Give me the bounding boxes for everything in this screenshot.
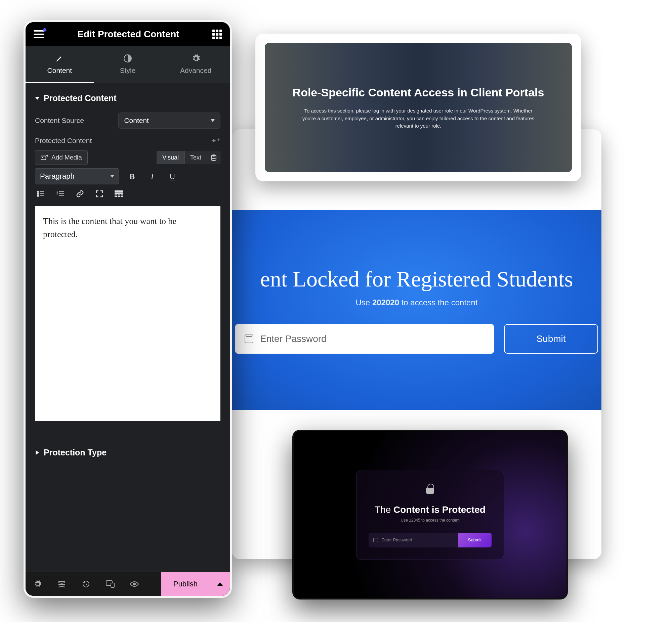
svg-rect-16 xyxy=(114,193,123,194)
toolbar-toggle-button[interactable] xyxy=(113,188,125,200)
chevron-up-icon xyxy=(217,582,223,586)
svg-point-2 xyxy=(42,157,43,158)
section-protected-content-header[interactable]: Protected Content xyxy=(35,93,221,103)
history-button[interactable] xyxy=(74,572,98,596)
editor-topbar: Edit Protected Content xyxy=(26,22,230,46)
preview-dark-form: Enter Password Submit xyxy=(369,533,492,547)
caret-right-icon xyxy=(36,450,39,455)
preview-role-access-card: Role-Specific Content Access in Client P… xyxy=(255,34,581,181)
svg-text:2: 2 xyxy=(57,193,58,196)
contrast-icon xyxy=(123,54,132,63)
svg-point-6 xyxy=(37,195,39,197)
content-source-row: Content Source Content xyxy=(35,112,221,129)
svg-rect-20 xyxy=(114,196,117,197)
bullet-list-button[interactable] xyxy=(35,188,47,200)
link-button[interactable] xyxy=(74,188,86,200)
italic-button[interactable]: I xyxy=(145,169,159,183)
preview-password-lock-dark: The Content is Protected Use 12345 to ac… xyxy=(292,430,568,599)
svg-rect-1 xyxy=(41,156,46,160)
svg-point-3 xyxy=(211,154,216,157)
preview-role-access-body: To access this section, please log in wi… xyxy=(301,107,536,130)
visual-tab-button[interactable]: Visual xyxy=(157,151,184,164)
add-media-button[interactable]: Add Media xyxy=(35,150,88,165)
preview-blue-password-input[interactable]: Enter Password xyxy=(235,324,494,354)
pencil-icon xyxy=(55,54,64,63)
tab-content-label: Content xyxy=(47,67,72,75)
content-source-label: Content Source xyxy=(35,116,118,125)
section-protection-type-header[interactable]: Protection Type xyxy=(35,448,221,457)
tab-style-label: Style xyxy=(120,67,136,75)
elementor-editor-panel: Edit Protected Content Content Style Adv… xyxy=(24,20,232,598)
wysiwyg-content-area[interactable]: This is the content that you want to be … xyxy=(35,206,221,421)
text-tab-button[interactable]: Text xyxy=(184,151,207,164)
protected-content-label-row: Protected Content ✦⁺ xyxy=(35,137,221,145)
mail-icon xyxy=(373,538,378,542)
svg-rect-17 xyxy=(114,195,117,196)
tab-style[interactable]: Style xyxy=(94,46,162,83)
wysiwyg-format-row: Paragraph B I U xyxy=(35,168,221,184)
svg-rect-19 xyxy=(121,195,123,196)
publish-button[interactable]: Publish xyxy=(161,572,210,596)
svg-rect-22 xyxy=(121,196,123,197)
preview-blue-subtext: Use 202020 to access the content xyxy=(356,298,478,307)
svg-point-5 xyxy=(37,193,39,195)
preview-blue-submit-button[interactable]: Submit xyxy=(504,324,598,354)
fullscreen-button[interactable] xyxy=(93,188,105,200)
chevron-down-icon xyxy=(211,119,215,122)
svg-rect-15 xyxy=(114,191,123,192)
preview-dark-subtext: Use 12345 to access the content xyxy=(401,518,460,523)
preview-blue-heading: ent Locked for Registered Students xyxy=(260,266,573,292)
widgets-grid-icon[interactable] xyxy=(212,30,222,39)
dynamic-tags-icon[interactable]: ✦⁺ xyxy=(211,137,221,145)
dynamic-content-icon[interactable] xyxy=(207,151,221,164)
section-protection-type-label: Protection Type xyxy=(44,448,106,457)
svg-rect-18 xyxy=(117,195,120,196)
caret-down-icon xyxy=(35,97,40,100)
preview-dark-submit-button[interactable]: Submit xyxy=(458,533,492,547)
preview-dark-title: The Content is Protected xyxy=(375,505,485,515)
numbered-list-button[interactable]: 12 xyxy=(55,188,67,200)
protected-content-label: Protected Content xyxy=(35,137,92,145)
paragraph-format-value: Paragraph xyxy=(40,172,75,181)
preview-button[interactable] xyxy=(122,572,146,596)
svg-point-25 xyxy=(133,583,135,585)
media-icon xyxy=(41,154,48,161)
preview-blue-form: Enter Password Submit xyxy=(235,324,598,354)
wysiwyg-top-toolbar: Add Media Visual Text xyxy=(35,150,221,165)
tab-advanced-label: Advanced xyxy=(180,67,211,75)
bold-button[interactable]: B xyxy=(125,169,139,183)
preview-role-access-title: Role-Specific Content Access in Client P… xyxy=(293,85,544,100)
navigator-button[interactable] xyxy=(50,572,74,596)
tab-advanced[interactable]: Advanced xyxy=(162,46,230,83)
svg-rect-24 xyxy=(111,583,114,587)
preview-blue-placeholder: Enter Password xyxy=(260,334,327,344)
lock-icon xyxy=(425,484,435,494)
menu-icon[interactable] xyxy=(34,30,44,38)
add-media-label: Add Media xyxy=(52,154,82,161)
underline-button[interactable]: U xyxy=(165,169,179,183)
chevron-down-icon xyxy=(110,175,114,178)
wysiwyg-format-row-2: 12 xyxy=(35,188,221,200)
wysiwyg-mode-tabs: Visual Text xyxy=(157,151,221,164)
settings-button[interactable] xyxy=(26,572,50,596)
section-protected-content-label: Protected Content xyxy=(44,93,116,103)
paragraph-format-select[interactable]: Paragraph xyxy=(35,168,119,184)
content-source-value: Content xyxy=(124,116,149,125)
gear-icon xyxy=(191,54,201,63)
editor-body: Protected Content Content Source Content… xyxy=(26,83,230,572)
tab-content[interactable]: Content xyxy=(26,46,94,83)
publish-options-button[interactable] xyxy=(210,572,230,596)
preview-password-lock-blue: ent Locked for Registered Students Use 2… xyxy=(232,210,601,410)
editor-title: Edit Protected Content xyxy=(77,29,179,40)
preview-dark-password-input[interactable]: Enter Password xyxy=(369,533,458,547)
responsive-button[interactable] xyxy=(98,572,122,596)
preview-dark-placeholder: Enter Password xyxy=(381,538,412,543)
password-icon xyxy=(245,335,253,343)
editor-footer: Publish xyxy=(26,572,230,596)
content-source-select[interactable]: Content xyxy=(118,112,221,129)
preview-dark-panel: The Content is Protected Use 12345 to ac… xyxy=(356,470,504,560)
preview-role-access-hero: Role-Specific Content Access in Client P… xyxy=(265,43,572,172)
editor-tabs: Content Style Advanced xyxy=(26,46,230,83)
svg-rect-21 xyxy=(117,196,120,197)
svg-point-4 xyxy=(37,191,39,193)
